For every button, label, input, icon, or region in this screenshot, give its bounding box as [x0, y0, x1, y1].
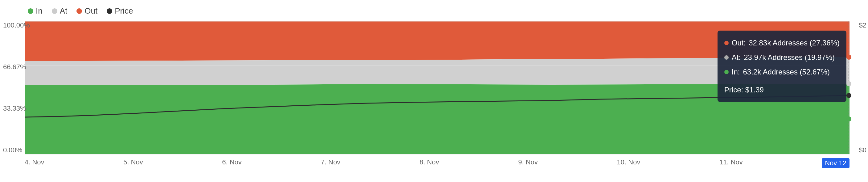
x-axis: 4. Nov 5. Nov 6. Nov 7. Nov 8. Nov 9. No…	[25, 158, 849, 168]
tooltip-at-dot	[724, 55, 728, 60]
price-dot	[846, 93, 851, 98]
y-right-label-bot: $0	[859, 146, 866, 154]
legend-dot-out	[76, 8, 82, 14]
x-label-11nov: 11. Nov	[719, 158, 743, 168]
legend-item-in: In	[28, 6, 42, 16]
legend-label-at: At	[60, 6, 67, 16]
x-label-5nov: 5. Nov	[123, 158, 143, 168]
legend-item-out: Out	[76, 6, 97, 16]
x-label-12nov: Nov 12	[822, 158, 849, 168]
x-label-4nov: 4. Nov	[25, 158, 44, 168]
x-label-10nov: 10. Nov	[617, 158, 641, 168]
tooltip-at-row: At: 23.97k Addresses (19.97%)	[724, 51, 840, 64]
y-label-0: 0.00%	[3, 146, 30, 154]
y-axis-right: $2 $0	[859, 21, 866, 154]
y-label-33: 33.33%	[3, 104, 30, 112]
tooltip-in-row: In: 63.2k Addresses (52.67%)	[724, 65, 840, 78]
y-right-label-top: $2	[859, 21, 866, 29]
tooltip-in-value: 63.2k Addresses (52.67%)	[743, 65, 830, 78]
legend-dot-price	[107, 8, 112, 14]
x-label-8nov: 8. Nov	[420, 158, 439, 168]
tooltip-out-dot	[724, 41, 728, 45]
y-axis-left: 100.00% 66.67% 33.33% 0.00%	[3, 21, 30, 154]
in-dot	[846, 116, 851, 122]
x-label-6nov: 6. Nov	[222, 158, 242, 168]
chart-container: In At Out Price 100.00% 66.67% 33.33% 0.…	[0, 0, 868, 182]
chart-legend: In At Out Price	[25, 6, 849, 16]
tooltip-price-value: $1.39	[745, 85, 764, 94]
tooltip-out-value: 32.83k Addresses (27.36%)	[749, 36, 840, 49]
tooltip-at-label: At:	[732, 51, 741, 64]
tooltip-price-row: Price: $1.39	[724, 81, 840, 97]
y-label-67: 66.67%	[3, 63, 30, 71]
tooltip-in-dot	[724, 70, 728, 74]
legend-item-price: Price	[107, 6, 133, 16]
chart-area: 100.00% 66.67% 33.33% 0.00% $2 $0	[25, 21, 849, 154]
tooltip-in-label: In:	[732, 65, 740, 78]
x-label-9nov: 9. Nov	[518, 158, 538, 168]
tooltip-at-value: 23.97k Addresses (19.97%)	[744, 51, 835, 64]
legend-dot-at	[52, 8, 57, 14]
legend-dot-in	[28, 8, 33, 14]
tooltip-out-label: Out:	[732, 36, 746, 49]
x-label-7nov: 7. Nov	[321, 158, 340, 168]
legend-label-out: Out	[85, 6, 97, 16]
tooltip-price-label: Price:	[724, 85, 743, 94]
out-dot	[846, 55, 851, 60]
legend-label-in: In	[36, 6, 42, 16]
legend-label-price: Price	[115, 6, 133, 16]
legend-item-at: At	[52, 6, 67, 16]
at-dot	[846, 81, 851, 86]
y-label-100: 100.00%	[3, 21, 30, 29]
tooltip-out-row: Out: 32.83k Addresses (27.36%)	[724, 36, 840, 49]
chart-tooltip: Out: 32.83k Addresses (27.36%) At: 23.97…	[717, 31, 846, 102]
